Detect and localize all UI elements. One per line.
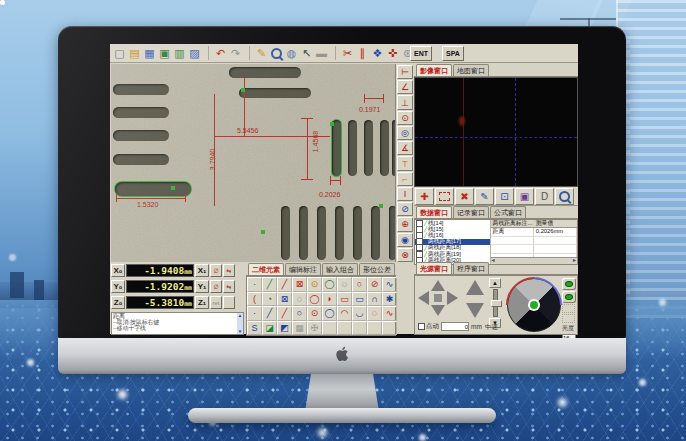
- position-map-canvas[interactable]: [414, 77, 578, 187]
- chart-icon[interactable]: ▨: [187, 46, 202, 60]
- redo-icon[interactable]: ↷: [228, 46, 243, 60]
- offset-point-icon[interactable]: ⊕: [397, 217, 413, 231]
- cross-target-icon[interactable]: ⊗: [397, 248, 413, 262]
- tab-编辑标注[interactable]: 编辑标注: [285, 263, 321, 275]
- ibeam-distance-icon[interactable]: Ι: [397, 187, 413, 201]
- tab-输入组合[interactable]: 输入组合: [322, 263, 358, 275]
- scroll-up-icon[interactable]: ▲: [237, 313, 243, 318]
- element-tool-icon[interactable]: ◌: [367, 306, 382, 321]
- spa-button[interactable]: SPA: [442, 46, 464, 61]
- axis-func-button[interactable]: ∅: [210, 280, 222, 293]
- element-tool-icon[interactable]: ◯: [322, 277, 337, 292]
- text-annotate-icon[interactable]: T: [397, 156, 413, 170]
- zoom-icon[interactable]: [269, 46, 284, 60]
- jog-down-icon[interactable]: [431, 305, 445, 316]
- axis-func-button[interactable]: [223, 296, 235, 309]
- element-tool-icon[interactable]: ◡: [352, 306, 367, 321]
- element-tool-icon[interactable]: ◪: [262, 321, 277, 336]
- element-tool-icon[interactable]: ○: [352, 277, 367, 292]
- element-tool-icon[interactable]: ╱: [277, 277, 292, 292]
- zoom-region-button[interactable]: ⊡: [495, 188, 514, 205]
- axis-func-button[interactable]: ⇆: [223, 264, 235, 277]
- z-up-icon[interactable]: [466, 280, 484, 295]
- light-on-button[interactable]: [562, 278, 576, 290]
- message-scrollbar[interactable]: ▲▼: [237, 313, 243, 334]
- pause-icon[interactable]: ∥: [355, 46, 370, 60]
- grab-stage-icon[interactable]: ❖: [370, 46, 385, 60]
- element-tool-icon[interactable]: ╱: [262, 306, 277, 321]
- element-tool-icon[interactable]: ✠: [307, 321, 322, 336]
- detail-button[interactable]: D: [535, 188, 554, 205]
- concentric-icon[interactable]: ⊙: [397, 111, 413, 125]
- element-tool-icon[interactable]: ∩: [367, 292, 382, 307]
- slider-up-button[interactable]: ▲: [489, 278, 501, 288]
- tab-记录窗口[interactable]: 记录窗口: [453, 206, 489, 218]
- edit-pencil-icon[interactable]: ✎: [249, 46, 269, 60]
- focus-circle-icon[interactable]: ◉: [397, 233, 413, 247]
- world-icon[interactable]: ◍: [284, 46, 299, 60]
- measurement-table[interactable]: 两线距离标注...测量值距离0.2026mm ◄►: [491, 220, 577, 264]
- scroll-down-icon[interactable]: ▼: [237, 329, 243, 334]
- camera-view[interactable]: 5.54563.79401.45680.19710.20261.5320: [111, 64, 396, 262]
- axis-half-button[interactable]: Y₁: [195, 280, 209, 293]
- element-tool-icon[interactable]: ╱: [262, 277, 277, 292]
- jog-step-input[interactable]: [441, 322, 469, 331]
- element-tool-icon[interactable]: ◗: [322, 292, 337, 307]
- element-tool-icon[interactable]: ·: [247, 306, 262, 321]
- z-down-icon[interactable]: [466, 303, 484, 318]
- tab-公式窗口[interactable]: 公式窗口: [490, 206, 526, 218]
- move-stage-icon[interactable]: ✜: [385, 46, 400, 60]
- element-tool-icon[interactable]: ◌: [337, 277, 352, 292]
- axis-zero-button[interactable]: Y₀: [111, 280, 125, 293]
- light-mode-button[interactable]: [562, 291, 576, 303]
- open-folder-icon[interactable]: ▤: [127, 46, 142, 60]
- element-tool-icon[interactable]: (: [247, 292, 262, 307]
- element-tool-icon[interactable]: ∿: [382, 306, 397, 321]
- angle-measure-icon[interactable]: ∠: [397, 80, 413, 94]
- element-tool-icon[interactable]: S: [247, 321, 262, 336]
- delete-element-button[interactable]: ✖: [455, 188, 474, 205]
- slider-thumb[interactable]: [491, 300, 502, 307]
- report-icon[interactable]: ▣: [157, 46, 172, 60]
- element-list[interactable]: ╱线[14]╱线[15]╱线[16]╱两线距离[17]╱两线距离[18]╱两线距…: [415, 220, 491, 264]
- axis-half-button[interactable]: Z₁: [195, 296, 209, 309]
- table-row[interactable]: 距离0.2026mm: [491, 228, 577, 236]
- element-tool-icon[interactable]: ∿: [382, 277, 397, 292]
- column-header[interactable]: 两线距离标注...: [491, 220, 534, 227]
- element-tool-icon[interactable]: ◯: [307, 292, 322, 307]
- axis-half-button[interactable]: X₁: [195, 264, 209, 277]
- tab-光源窗口[interactable]: 光源窗口: [416, 262, 452, 274]
- edit-annotation-button[interactable]: ✎: [475, 188, 494, 205]
- axis-func-button[interactable]: ⇆: [223, 280, 235, 293]
- axis-func-button[interactable]: ret: [210, 296, 222, 309]
- line-distance-icon[interactable]: ⊢: [397, 65, 413, 79]
- element-tool-icon[interactable]: ◠: [337, 306, 352, 321]
- pointer-icon[interactable]: ↖: [299, 46, 314, 60]
- element-tool-icon[interactable]: ⊙: [307, 277, 322, 292]
- axis-func-button[interactable]: ∅: [210, 264, 222, 277]
- tab-二维元素[interactable]: 二维元素: [248, 263, 284, 275]
- element-tool-icon[interactable]: ▦: [292, 321, 307, 336]
- element-tool-icon[interactable]: ▭: [352, 292, 367, 307]
- axis-zero-button[interactable]: Z₀: [111, 296, 125, 309]
- perpendicular-icon[interactable]: ⊥: [397, 95, 413, 109]
- jog-right-icon[interactable]: [447, 291, 458, 305]
- element-tool-icon[interactable]: ◌: [292, 292, 307, 307]
- tab-程序窗口[interactable]: 程序窗口: [453, 262, 489, 274]
- element-tool-icon[interactable]: ⊘: [367, 277, 382, 292]
- ent-button[interactable]: ENT: [410, 46, 432, 61]
- z-axis-pad[interactable]: [465, 280, 485, 318]
- search-button[interactable]: [555, 188, 574, 205]
- tangent-line-icon[interactable]: ⊘: [397, 202, 413, 216]
- element-tool-icon[interactable]: ⊙: [307, 306, 322, 321]
- corner-arc-icon[interactable]: ⌐: [397, 172, 413, 186]
- angle-between-icon[interactable]: ∡: [397, 141, 413, 155]
- element-tool-icon[interactable]: ◔: [262, 292, 277, 307]
- probe-tool-icon[interactable]: ✂: [335, 46, 355, 60]
- new-file-icon[interactable]: ▢: [112, 46, 127, 60]
- element-tool-icon[interactable]: ✱: [382, 292, 397, 307]
- jog-up-icon[interactable]: [431, 280, 445, 291]
- element-tool-icon[interactable]: ∙: [247, 277, 262, 292]
- axis-zero-button[interactable]: X₀: [111, 264, 125, 277]
- undo-icon[interactable]: ↶: [208, 46, 228, 60]
